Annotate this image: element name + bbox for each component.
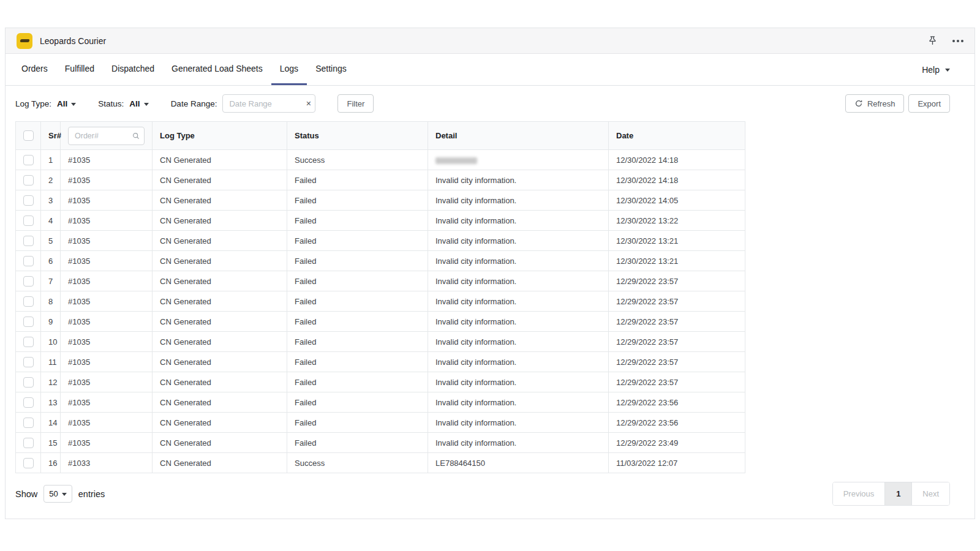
app-frame: Leopards Courier Orders Fulfilled Dispat… (5, 28, 975, 519)
row-checkbox[interactable] (23, 276, 34, 287)
cell-order: #1035 (61, 312, 153, 332)
cell-status: Success (287, 453, 428, 473)
refresh-label: Refresh (867, 99, 895, 108)
show-label: Show (15, 489, 37, 499)
row-checkbox[interactable] (23, 155, 34, 165)
cell-status: Failed (287, 312, 428, 332)
cell-sr: 15 (41, 433, 61, 453)
chevron-down-icon (144, 103, 149, 106)
tab-generated-load-sheets[interactable]: Generated Load Sheets (163, 54, 271, 85)
date-range-input[interactable] (222, 94, 315, 113)
filter-bar: Log Type: All Status: All Date Range: ✕ (6, 86, 974, 121)
pin-icon[interactable] (927, 36, 938, 46)
row-checkbox[interactable] (23, 236, 34, 246)
tabs: Orders Fulfilled Dispatched Generated Lo… (13, 54, 355, 85)
cell-status: Failed (287, 170, 428, 190)
table-row: 12 #1035 CN Generated Failed Invalid cit… (16, 372, 745, 392)
row-checkbox[interactable] (23, 377, 34, 388)
row-checkbox[interactable] (23, 317, 34, 327)
log-type-filter: Log Type: All (15, 99, 76, 108)
table-row: 7 #1035 CN Generated Failed Invalid city… (16, 271, 745, 291)
app-header: Leopards Courier (6, 28, 974, 54)
row-checkbox[interactable] (23, 296, 34, 307)
row-checkbox[interactable] (23, 418, 34, 428)
cell-status: Failed (287, 352, 428, 372)
export-button[interactable]: Export (908, 94, 950, 113)
help-label: Help (922, 65, 940, 75)
row-checkbox[interactable] (23, 175, 34, 186)
date-range-label: Date Range: (171, 99, 217, 108)
log-table-header: Sr# Log Type Status Detail Date (16, 122, 745, 150)
help-menu[interactable]: Help (922, 65, 950, 75)
cell-order: #1035 (61, 271, 153, 291)
cell-sr: 13 (41, 392, 61, 413)
column-header-log-type: Log Type (153, 122, 287, 150)
cell-log-type: CN Generated (153, 251, 287, 271)
date-range-filter: Date Range: ✕ (171, 94, 316, 113)
cell-log-type: CN Generated (153, 352, 287, 372)
cell-status: Failed (287, 231, 428, 251)
status-label: Status: (98, 99, 124, 108)
cell-log-type: CN Generated (153, 392, 287, 413)
status-dropdown[interactable]: All (129, 99, 148, 108)
tab-orders[interactable]: Orders (13, 54, 56, 85)
row-checkbox[interactable] (23, 397, 34, 408)
entries-select[interactable]: 50 (43, 485, 72, 503)
cell-status: Failed (287, 372, 428, 392)
cell-order: #1035 (61, 291, 153, 312)
cell-date: 12/29/2022 23:56 (609, 392, 745, 413)
log-type-value: All (57, 99, 67, 108)
date-range-input-wrap: ✕ (222, 94, 315, 113)
cell-date: 12/30/2022 14:18 (609, 170, 745, 190)
cell-status: Failed (287, 392, 428, 413)
cell-status: Failed (287, 291, 428, 312)
cell-date: 12/30/2022 14:05 (609, 190, 745, 211)
cell-sr: 2 (41, 170, 61, 190)
cell-detail: Invalid city information. (428, 312, 609, 332)
header-actions (927, 36, 963, 46)
row-checkbox[interactable] (23, 216, 34, 226)
table-row: 2 #1035 CN Generated Failed Invalid city… (16, 170, 745, 190)
next-page-button[interactable]: Next (911, 482, 949, 505)
tab-logs[interactable]: Logs (271, 54, 307, 85)
previous-page-button[interactable]: Previous (833, 482, 885, 505)
refresh-button[interactable]: Refresh (845, 94, 905, 113)
cell-order: #1035 (61, 372, 153, 392)
select-all-checkbox[interactable] (23, 130, 34, 141)
cell-sr: 12 (41, 372, 61, 392)
cell-date: 12/29/2022 23:57 (609, 332, 745, 352)
current-page-button[interactable]: 1 (884, 482, 911, 505)
cell-date: 12/29/2022 23:49 (609, 433, 745, 453)
row-checkbox[interactable] (23, 256, 34, 266)
cell-sr: 16 (41, 453, 61, 473)
log-type-dropdown[interactable]: All (57, 99, 76, 108)
row-checkbox[interactable] (23, 195, 34, 206)
tab-dispatched[interactable]: Dispatched (103, 54, 163, 85)
cell-order: #1035 (61, 413, 153, 433)
cell-order: #1035 (61, 332, 153, 352)
cell-date: 12/30/2022 13:22 (609, 211, 745, 231)
filter-left: Log Type: All Status: All Date Range: ✕ (15, 94, 374, 113)
cell-log-type: CN Generated (153, 231, 287, 251)
row-checkbox[interactable] (23, 357, 34, 367)
search-icon (132, 132, 140, 140)
filter-button[interactable]: Filter (337, 94, 374, 113)
cell-log-type: CN Generated (153, 332, 287, 352)
tab-fulfilled[interactable]: Fulfilled (56, 54, 103, 85)
more-menu-icon[interactable] (952, 40, 963, 42)
cell-date: 12/30/2022 13:21 (609, 251, 745, 271)
cell-order: #1035 (61, 150, 153, 170)
row-checkbox[interactable] (23, 438, 34, 448)
cell-log-type: CN Generated (153, 312, 287, 332)
clear-date-icon[interactable]: ✕ (306, 100, 311, 108)
row-checkbox[interactable] (23, 337, 34, 347)
tab-settings[interactable]: Settings (307, 54, 355, 85)
cell-log-type: CN Generated (153, 372, 287, 392)
chevron-down-icon (71, 103, 76, 106)
cell-order: #1035 (61, 433, 153, 453)
cell-sr: 8 (41, 291, 61, 312)
table-row: 6 #1035 CN Generated Failed Invalid city… (16, 251, 745, 271)
cell-log-type: CN Generated (153, 150, 287, 170)
row-checkbox[interactable] (23, 458, 34, 468)
column-header-date: Date (609, 122, 745, 150)
